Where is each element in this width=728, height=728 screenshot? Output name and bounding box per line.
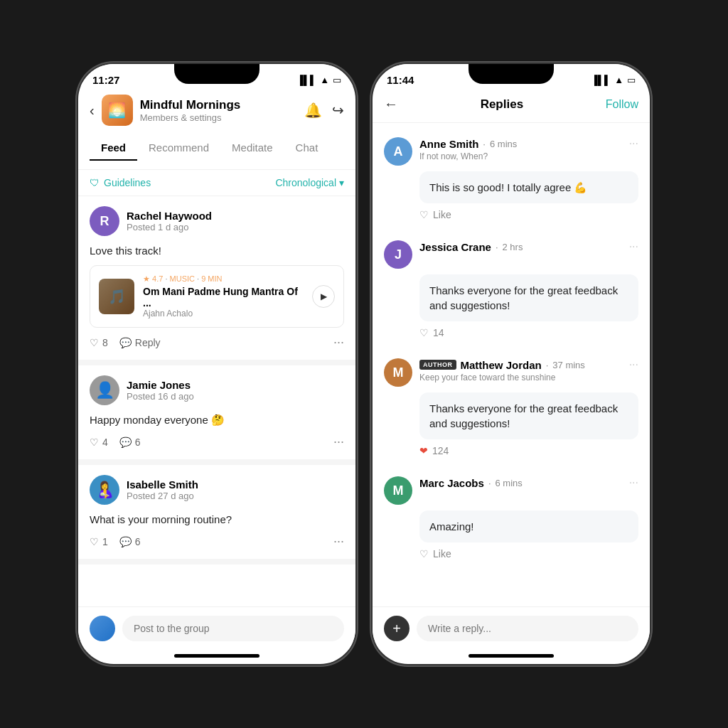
avatar: A bbox=[384, 137, 412, 166]
reply-header: M Marc Jacobs · 6 mins ··· bbox=[384, 476, 638, 505]
tab-meditate[interactable]: Meditate bbox=[220, 136, 284, 161]
feed-tabs: Feed Recommend Meditate Chat bbox=[90, 136, 344, 161]
post-input[interactable] bbox=[122, 616, 344, 641]
music-thumbnail: 🎵 bbox=[99, 279, 134, 314]
post-actions: ♡ 4 💬 6 ··· bbox=[90, 434, 344, 449]
comment-icon: 💬 bbox=[119, 536, 132, 547]
reply-header: M AUTHOR Matthew Jordan · 37 mins ··· Ke… bbox=[384, 358, 638, 387]
heart-icon: ♡ bbox=[90, 536, 99, 547]
reply-name-row: Jessica Crane · 2 hrs ··· bbox=[419, 240, 638, 253]
plus-button[interactable]: + bbox=[384, 616, 410, 641]
shield-icon: 🛡 bbox=[90, 177, 100, 188]
post-input-avatar bbox=[90, 616, 115, 641]
post-author: Jamie Jones bbox=[127, 379, 194, 391]
heart-filled-icon: ❤ bbox=[419, 445, 428, 456]
feed-posts: R Rachel Haywood Posted 1 d ago Love thi… bbox=[78, 196, 355, 606]
reply-time: 37 mins bbox=[552, 360, 585, 370]
reply-meta: Jessica Crane · 2 hrs ··· bbox=[419, 240, 638, 255]
status-icons-right: ▐▌▌ ▲ ▭ bbox=[591, 75, 636, 85]
tab-feed[interactable]: Feed bbox=[90, 136, 137, 161]
like-button[interactable]: ♡ 1 bbox=[90, 536, 108, 547]
like-count: 8 bbox=[102, 337, 108, 348]
like-count: 124 bbox=[432, 445, 449, 456]
feed-header-left: ‹ 🌅 Mindful Mornings Members & settings bbox=[90, 95, 240, 126]
post-meta: Rachel Haywood Posted 1 d ago bbox=[127, 210, 212, 232]
reply-input[interactable] bbox=[417, 616, 638, 641]
notification-icon[interactable]: 🔔 bbox=[304, 102, 322, 119]
reply-meta: Anne Smith · 6 mins ··· If not now, When… bbox=[419, 137, 638, 166]
reply-action-bar: ♡ Like bbox=[419, 548, 638, 560]
reply-meta: Marc Jacobs · 6 mins ··· bbox=[419, 476, 638, 491]
heart-icon: ♡ bbox=[419, 327, 429, 338]
reply-name-row: Anne Smith · 6 mins ··· bbox=[419, 137, 638, 150]
home-indicator bbox=[174, 654, 259, 658]
share-icon[interactable]: ↪ bbox=[332, 102, 344, 119]
music-card[interactable]: 🎵 ★ 4.7 · MUSIC · 9 MIN Om Mani Padme Hu… bbox=[90, 265, 344, 328]
author-badge: AUTHOR bbox=[419, 360, 456, 370]
reply-action-bar: ❤ 124 bbox=[419, 445, 638, 456]
wifi-icon: ▲ bbox=[320, 75, 329, 85]
avatar: R bbox=[90, 206, 119, 236]
back-button[interactable]: ← bbox=[384, 96, 398, 112]
like-count: 4 bbox=[102, 437, 108, 448]
comment-button[interactable]: 💬 6 bbox=[119, 437, 141, 448]
like-button[interactable]: ♡ 4 bbox=[90, 437, 108, 448]
more-button[interactable]: ··· bbox=[333, 434, 344, 449]
more-button[interactable]: ··· bbox=[333, 534, 344, 549]
play-button[interactable]: ▶ bbox=[312, 285, 335, 308]
chronological-button[interactable]: Chronological ▾ bbox=[275, 177, 344, 188]
reply-subtitle: If not now, When? bbox=[419, 151, 638, 161]
home-bar-left bbox=[78, 650, 355, 664]
post-item: R Rachel Haywood Posted 1 d ago Love thi… bbox=[78, 196, 355, 365]
more-button[interactable]: ··· bbox=[629, 476, 638, 489]
replies-header: ← Replies Follow bbox=[373, 86, 650, 123]
more-button[interactable]: ··· bbox=[333, 335, 344, 350]
guidelines-button[interactable]: 🛡 Guidelines bbox=[90, 177, 151, 188]
like-button[interactable]: ♡ 8 bbox=[90, 337, 108, 348]
dot-separator: · bbox=[546, 360, 549, 370]
tab-recommend[interactable]: Recommend bbox=[137, 136, 220, 161]
like-label[interactable]: Like bbox=[433, 548, 451, 560]
chronological-label: Chronological bbox=[275, 177, 336, 188]
reply-item: M AUTHOR Matthew Jordan · 37 mins ··· Ke… bbox=[373, 350, 650, 465]
reply-body: Thanks everyone for the great feedback a… bbox=[419, 274, 638, 321]
dot-separator: · bbox=[496, 242, 498, 252]
more-button[interactable]: ··· bbox=[629, 358, 638, 371]
like-count: 1 bbox=[102, 536, 108, 547]
left-phone: 11:27 ▐▌▌ ▲ ▭ ‹ 🌅 Mindful Mornings Membe… bbox=[78, 64, 355, 664]
battery-icon: ▭ bbox=[627, 75, 636, 85]
more-button[interactable]: ··· bbox=[629, 137, 638, 150]
tab-chat[interactable]: Chat bbox=[284, 136, 330, 161]
reply-input-bar: + bbox=[373, 606, 650, 650]
reply-author: Jessica Crane bbox=[419, 241, 491, 253]
reply-name-row: AUTHOR Matthew Jordan · 37 mins ··· bbox=[419, 358, 638, 371]
reply-header: J Jessica Crane · 2 hrs ··· bbox=[384, 240, 638, 269]
reply-meta: AUTHOR Matthew Jordan · 37 mins ··· Keep… bbox=[419, 358, 638, 387]
chevron-down-icon: ▾ bbox=[339, 177, 344, 188]
like-label[interactable]: Like bbox=[433, 209, 451, 220]
follow-button[interactable]: Follow bbox=[606, 98, 638, 111]
post-time: Posted 27 d ago bbox=[127, 491, 198, 501]
dot-separator: · bbox=[488, 478, 491, 488]
header-actions: 🔔 ↪ bbox=[304, 102, 344, 119]
post-author: Isabelle Smith bbox=[127, 478, 198, 491]
reply-time: 6 mins bbox=[496, 478, 523, 488]
reply-header: A Anne Smith · 6 mins ··· If not now, Wh… bbox=[384, 137, 638, 166]
reply-name-row: Marc Jacobs · 6 mins ··· bbox=[419, 476, 638, 489]
post-text: What is your morning routine? bbox=[90, 512, 344, 527]
home-indicator bbox=[469, 654, 554, 658]
group-subtitle: Members & settings bbox=[140, 112, 241, 123]
reply-subtitle: Keep your face toward the sunshine bbox=[419, 373, 638, 382]
music-title: Om Mani Padme Hung Mantra Of ... bbox=[143, 286, 304, 309]
reply-text: Thanks everyone for the great feedback a… bbox=[429, 284, 618, 311]
back-button[interactable]: ‹ bbox=[90, 102, 95, 119]
replies-title: Replies bbox=[481, 97, 523, 112]
group-name: Mindful Mornings bbox=[140, 98, 241, 112]
more-button[interactable]: ··· bbox=[629, 240, 638, 253]
reply-author: Marc Jacobs bbox=[419, 477, 484, 489]
feed-header: ‹ 🌅 Mindful Mornings Members & settings … bbox=[78, 86, 355, 170]
reply-item: A Anne Smith · 6 mins ··· If not now, Wh… bbox=[373, 129, 650, 229]
reply-button[interactable]: 💬 Reply bbox=[119, 337, 161, 348]
comment-button[interactable]: 💬 6 bbox=[119, 536, 141, 547]
reply-text: Thanks everyone for the great feedback a… bbox=[429, 402, 618, 429]
